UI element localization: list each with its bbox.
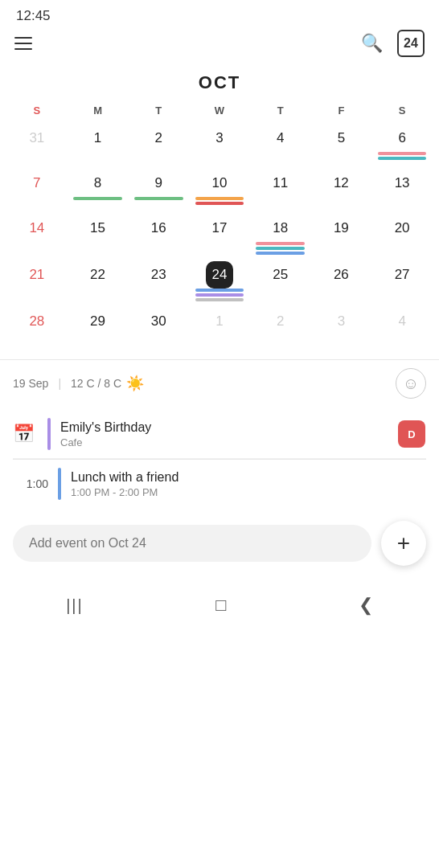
events-date-label: 19 Sep — [13, 377, 48, 390]
calendar-day-cell[interactable]: 29 — [68, 306, 129, 351]
calendar-day-cell[interactable]: 11 — [250, 168, 311, 213]
day-number: 11 — [267, 170, 294, 197]
calendar-day-cell[interactable]: 9 — [128, 168, 189, 213]
fab-add-button[interactable]: + — [381, 521, 426, 566]
status-bar: 12:45 — [0, 0, 439, 29]
recent-apps-icon[interactable]: ||| — [66, 596, 84, 615]
calendar-day-cell[interactable]: 27 — [371, 260, 433, 306]
calendar-weekday-row: S M T W T F S — [6, 101, 433, 123]
event-bars — [195, 197, 244, 205]
day-number: 24 — [206, 261, 233, 289]
calendar-day-cell[interactable]: 2 — [128, 123, 189, 168]
day-number: 14 — [23, 215, 51, 242]
event-item-lunch[interactable]: 1:00 Lunch with a friend 1:00 PM - 2:00 … — [13, 460, 426, 508]
calendar-day-cell[interactable]: 20 — [371, 213, 433, 260]
day-number: 21 — [23, 261, 51, 289]
event-title-lunch: Lunch with a friend — [71, 470, 426, 485]
calendar-day-cell[interactable]: 4 — [371, 306, 433, 351]
day-number: 13 — [388, 170, 416, 197]
day-number: 8 — [84, 170, 112, 197]
event-bar — [195, 298, 244, 301]
calendar-day-cell[interactable]: 2 — [250, 306, 311, 351]
calendar-day-cell[interactable]: 10 — [189, 168, 250, 213]
day-number: 28 — [23, 308, 51, 335]
calendar-day-cell[interactable]: 28 — [6, 306, 68, 351]
day-number: 12 — [327, 170, 355, 197]
weather-temp: 12 C / 8 C — [71, 377, 121, 390]
day-number: 17 — [206, 215, 233, 242]
calendar-day-cell[interactable]: 1 — [189, 306, 250, 351]
event-title-emily: Emily's Birthday — [60, 420, 388, 435]
search-icon: 🔍 — [361, 33, 383, 54]
event-bar — [378, 152, 427, 155]
section-divider — [0, 359, 439, 360]
calendar-day-cell[interactable]: 4 — [250, 123, 311, 168]
event-bars — [73, 197, 122, 200]
weekday-mon: M — [68, 101, 129, 123]
calendar-day-cell[interactable]: 31 — [6, 123, 68, 168]
calendar-month-title: OCT — [6, 66, 433, 101]
home-button[interactable]: □ — [215, 595, 226, 616]
menu-icon[interactable] — [14, 37, 32, 50]
calendar-day-cell[interactable]: 26 — [311, 260, 372, 306]
calendar-day-cell[interactable]: 16 — [128, 213, 189, 260]
calendar-day-cell[interactable]: 19 — [311, 213, 372, 260]
calendar-day-cell[interactable]: 7 — [6, 168, 68, 213]
event-bars — [195, 289, 244, 301]
calendar-day-cell[interactable]: 21 — [6, 260, 68, 306]
calendar-day-cell[interactable]: 13 — [371, 168, 433, 213]
calendar-day-cell[interactable]: 1 — [68, 123, 129, 168]
fab-plus-icon: + — [397, 530, 410, 556]
toolbar-right: 🔍 24 — [357, 29, 425, 58]
events-section: 19 Sep | 12 C / 8 C ☀️ ☺ 📅 Emily's Birth… — [0, 368, 439, 574]
calendar-day-cell[interactable]: 22 — [68, 260, 129, 306]
calendar-day-cell[interactable]: 3 — [189, 123, 250, 168]
event-info: Emily's Birthday Cafe — [60, 420, 388, 448]
calendar-day-cell[interactable]: 24 — [189, 260, 250, 306]
calendar-week-row: 14151617181920 — [6, 213, 433, 260]
weekday-fri: F — [311, 101, 372, 123]
day-number: 3 — [206, 125, 233, 152]
calendar-day-cell[interactable]: 12 — [311, 168, 372, 213]
events-date-row: 19 Sep | 12 C / 8 C ☀️ ☺ — [13, 368, 426, 399]
day-number: 18 — [267, 215, 294, 242]
day-number: 6 — [388, 125, 416, 152]
calendar-day-cell[interactable]: 14 — [6, 213, 68, 260]
calendar-day-cell[interactable]: 23 — [128, 260, 189, 306]
search-button[interactable]: 🔍 — [357, 29, 386, 58]
day-number: 23 — [145, 261, 172, 289]
day-number: 2 — [145, 125, 172, 152]
calendar-day-cell[interactable]: 3 — [311, 306, 372, 351]
weekday-thu: T — [250, 101, 311, 123]
delete-button-emily[interactable]: D — [397, 420, 426, 448]
event-info-lunch: Lunch with a friend 1:00 PM - 2:00 PM — [71, 470, 426, 498]
today-badge[interactable]: 24 — [397, 30, 425, 57]
event-bars — [256, 242, 305, 255]
back-button[interactable]: ❮ — [359, 595, 373, 616]
weekday-wed: W — [189, 101, 250, 123]
day-number: 27 — [388, 261, 416, 289]
smiley-button[interactable]: ☺ — [396, 368, 426, 399]
day-number: 10 — [206, 170, 233, 197]
calendar-day-cell[interactable]: 5 — [311, 123, 372, 168]
day-number: 5 — [327, 125, 355, 152]
day-number: 1 — [206, 308, 233, 335]
calendar-day-cell[interactable]: 18 — [250, 213, 311, 260]
event-bar — [73, 197, 122, 200]
calendar-day-cell[interactable]: 17 — [189, 213, 250, 260]
event-bar — [134, 197, 183, 200]
calendar-day-cell[interactable]: 6 — [371, 123, 433, 168]
calendar-grid: S M T W T F S 31123456789101112131415161… — [6, 101, 433, 351]
calendar-day-cell[interactable]: 25 — [250, 260, 311, 306]
event-bar — [195, 202, 244, 205]
bottom-nav: ||| □ ❮ — [0, 580, 439, 627]
day-number: 29 — [84, 308, 112, 335]
day-number: 22 — [84, 261, 112, 289]
add-event-input[interactable] — [13, 525, 371, 562]
day-number: 15 — [84, 215, 112, 242]
event-item-emily-birthday[interactable]: 📅 Emily's Birthday Cafe D — [13, 410, 426, 459]
calendar-day-cell[interactable]: 8 — [68, 168, 129, 213]
calendar-day-cell[interactable]: 15 — [68, 213, 129, 260]
weather-info: 12 C / 8 C ☀️ — [71, 375, 144, 392]
calendar-day-cell[interactable]: 30 — [128, 306, 189, 351]
